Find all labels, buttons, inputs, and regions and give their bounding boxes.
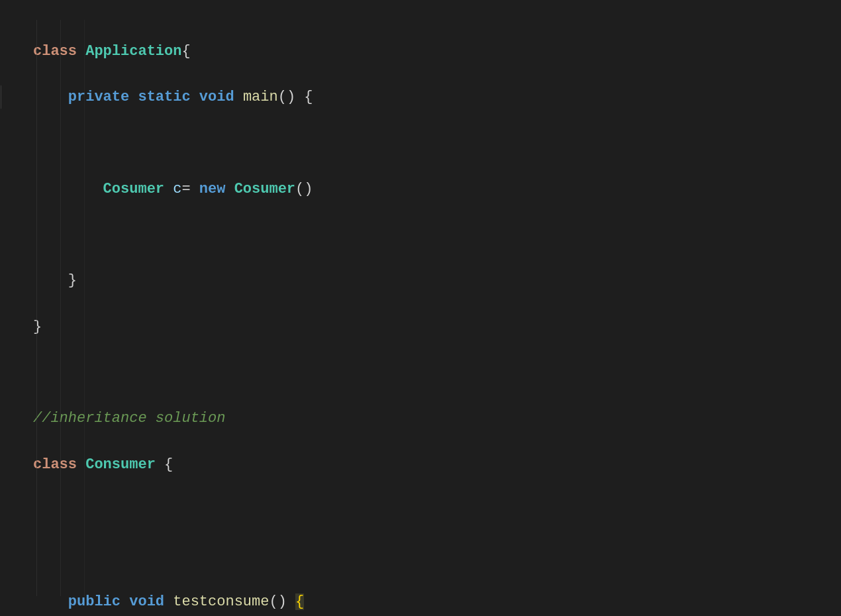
line-1: class Application{ [33, 40, 841, 63]
code-editor: class Application{ private static void m… [0, 0, 841, 616]
line-7: } [33, 315, 841, 338]
indent-guide-2 [60, 20, 61, 596]
line-9: //inheritance solution [33, 407, 841, 430]
indent-guide-1 [36, 20, 37, 596]
line-13: public void testconsume() { [33, 590, 841, 613]
line-2: private static void main() { [33, 85, 841, 109]
line-5 [33, 223, 841, 246]
indent-guide-3 [84, 20, 85, 596]
line-8 [33, 361, 841, 384]
line-4: Cosumer c= new Cosumer() [33, 178, 841, 201]
line-6: } [33, 269, 841, 292]
line-3 [33, 132, 841, 155]
line-12 [33, 544, 841, 568]
line-11 [33, 499, 841, 522]
line-10: class Consumer { [33, 453, 841, 476]
